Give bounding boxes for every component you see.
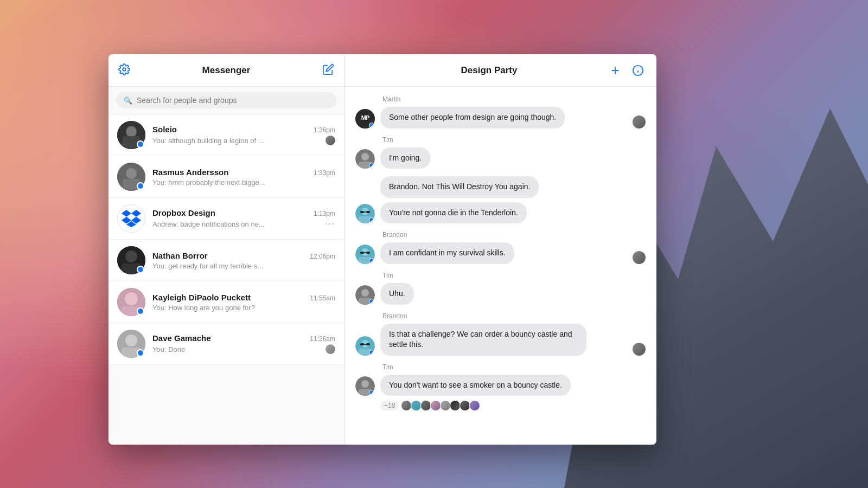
svg-point-16 bbox=[125, 335, 137, 346]
settings-icon[interactable] bbox=[118, 63, 130, 78]
sender-name-brandon: Brandon bbox=[382, 231, 646, 239]
right-avatar-brandon bbox=[633, 251, 646, 264]
right-header: Design Party bbox=[344, 54, 656, 87]
conv-bottom-rasmus: You: hmm probably the next bigge... bbox=[152, 178, 335, 187]
avatar-wrap-kayleigh bbox=[117, 288, 145, 316]
svg-point-7 bbox=[126, 168, 137, 179]
online-dot-brandon-1 bbox=[369, 258, 374, 264]
conv-status-dave bbox=[326, 344, 335, 354]
search-icon: 🔍 bbox=[124, 97, 132, 105]
svg-point-50 bbox=[361, 380, 369, 388]
msg-group-brandon-a: Brandon. Not This Will Destroy You again… bbox=[355, 176, 646, 223]
svg-point-0 bbox=[123, 68, 126, 71]
right-avatar-martin bbox=[633, 115, 646, 129]
svg-point-26 bbox=[361, 153, 369, 160]
conversation-rasmus[interactable]: Rasmus Andersson 1:33pm You: hmm probabl… bbox=[108, 156, 344, 198]
conv-time-dave: 11:26am bbox=[310, 335, 335, 343]
svg-rect-46 bbox=[360, 343, 364, 345]
conv-preview-dave: You: Done bbox=[152, 345, 185, 354]
conv-preview-rasmus: You: hmm probably the next bigge... bbox=[152, 178, 265, 187]
msg-bubble-martin: Some other people from design are going … bbox=[380, 107, 565, 129]
conv-top-rasmus: Rasmus Andersson 1:33pm bbox=[152, 168, 335, 177]
search-input-wrap[interactable]: 🔍 bbox=[116, 92, 336, 108]
conv-info-rasmus: Rasmus Andersson 1:33pm You: hmm probabl… bbox=[152, 168, 335, 187]
svg-point-4 bbox=[126, 127, 136, 137]
info-button[interactable] bbox=[630, 63, 646, 78]
online-dot-brandon bbox=[369, 217, 374, 223]
msg-bubble-brandon-1: I am confidant in my survival skills. bbox=[380, 242, 514, 264]
conv-info-dropbox: Dropbox Design 1:13pm Andrew: badge noti… bbox=[152, 208, 335, 229]
conv-time-soleio: 1:36pm bbox=[314, 126, 335, 134]
chat-title: Design Party bbox=[461, 65, 518, 76]
mini-av-8 bbox=[469, 400, 480, 411]
compose-icon[interactable] bbox=[322, 63, 334, 78]
online-dot-rasmus bbox=[137, 182, 144, 190]
msg-row-brandon-a: You're not gonna die in the Tenderloin. bbox=[355, 202, 646, 224]
online-dot-tim bbox=[369, 163, 374, 168]
mini-av-4 bbox=[430, 400, 441, 411]
avatar-placeholder-tim bbox=[355, 178, 375, 198]
mini-av-3 bbox=[420, 400, 431, 411]
dots-icon-dropbox: ··· bbox=[325, 219, 335, 229]
mini-av-5 bbox=[440, 400, 451, 411]
conversation-nathan[interactable]: Nathan Borror 12:06pm You: get ready for… bbox=[108, 240, 344, 281]
svg-text:MP: MP bbox=[361, 114, 369, 120]
search-bar: 🔍 bbox=[108, 87, 344, 114]
app-window: Messenger 🔍 bbox=[108, 54, 656, 445]
conv-time-rasmus: 1:33pm bbox=[314, 169, 335, 177]
msg-row-martin: MP Some other people from design are goi… bbox=[355, 107, 565, 129]
msg-bubble-brandon-2: Is that a challenge? We can order a boun… bbox=[380, 324, 586, 356]
conv-info-soleio: Soleio 1:36pm You: although building a l… bbox=[152, 125, 335, 145]
conversation-dave[interactable]: Dave Gamache 11:26am You: Done bbox=[108, 323, 344, 365]
conv-bottom-dave: You: Done bbox=[152, 344, 335, 354]
avatar-dropbox bbox=[117, 204, 145, 233]
avatar-wrap-dropbox bbox=[117, 204, 145, 233]
conv-info-nathan: Nathan Borror 12:06pm You: get ready for… bbox=[152, 251, 335, 270]
sender-name-brandon-2: Brandon bbox=[382, 312, 646, 320]
conv-name-kayleigh: Kayleigh DiPaolo Puckett bbox=[152, 293, 251, 302]
svg-point-41 bbox=[361, 289, 369, 297]
conv-time-dropbox: 1:13pm bbox=[314, 210, 335, 217]
avatar-brandon-a bbox=[355, 204, 375, 223]
search-input[interactable] bbox=[137, 96, 329, 105]
conversation-dropbox[interactable]: Dropbox Design 1:13pm Andrew: badge noti… bbox=[108, 198, 344, 240]
add-member-button[interactable] bbox=[608, 63, 623, 78]
online-dot-tim-4 bbox=[369, 299, 374, 304]
conv-name-rasmus: Rasmus Andersson bbox=[152, 168, 228, 177]
avatar-wrap-soleio bbox=[117, 121, 145, 149]
msg-group-tim-5: Tim You don't want to see a smoker on a … bbox=[355, 363, 646, 412]
conv-info-kayleigh: Kayleigh DiPaolo Puckett 11:55am You: Ho… bbox=[152, 293, 335, 312]
messages-area: Martin MP Some other people from design … bbox=[344, 87, 656, 445]
svg-rect-37 bbox=[360, 252, 364, 254]
conv-top-dave: Dave Gamache 11:26am bbox=[152, 333, 335, 343]
avatar-tim-4 bbox=[355, 285, 375, 305]
mini-av-2 bbox=[411, 400, 422, 411]
reaction-count: +18 bbox=[380, 401, 399, 410]
left-panel: Messenger 🔍 bbox=[108, 54, 344, 445]
avatar-martin: MP bbox=[355, 109, 375, 129]
online-dot-martin bbox=[369, 123, 374, 128]
conv-status-soleio bbox=[326, 136, 335, 145]
conv-bottom-dropbox: Andrew: badge notifications on ne... ··· bbox=[152, 219, 335, 229]
avatar-tim-1 bbox=[355, 149, 375, 169]
right-panel: Design Party bbox=[344, 54, 656, 445]
online-dot-nathan bbox=[137, 266, 144, 273]
msg-group-tim-1: Tim I'm going. bbox=[355, 136, 646, 169]
avatar-tim-5 bbox=[355, 376, 375, 396]
conv-bottom-kayleigh: You: How long are you gone for? bbox=[152, 304, 335, 312]
conversation-kayleigh[interactable]: Kayleigh DiPaolo Puckett 11:55am You: Ho… bbox=[108, 281, 344, 323]
svg-rect-31 bbox=[360, 211, 364, 213]
online-dot-brandon-2 bbox=[369, 350, 374, 355]
conversation-soleio[interactable]: Soleio 1:36pm You: although building a l… bbox=[108, 114, 344, 156]
conv-top-soleio: Soleio 1:36pm bbox=[152, 125, 335, 134]
conv-preview-nathan: You: get ready for all my terrible s... bbox=[152, 262, 263, 270]
avatar-wrap-dave bbox=[117, 330, 145, 358]
avatar-brandon-2 bbox=[355, 336, 375, 356]
avatar-brandon-1 bbox=[355, 245, 375, 264]
conv-preview-soleio: You: although building a legion of ... bbox=[152, 137, 264, 145]
msg-group-martin: Martin MP Some other people from design … bbox=[355, 95, 646, 129]
online-dot-soleio bbox=[137, 140, 144, 148]
svg-point-13 bbox=[125, 292, 138, 305]
avatar-wrap-nathan bbox=[117, 246, 145, 274]
conv-top-nathan: Nathan Borror 12:06pm bbox=[152, 251, 335, 260]
